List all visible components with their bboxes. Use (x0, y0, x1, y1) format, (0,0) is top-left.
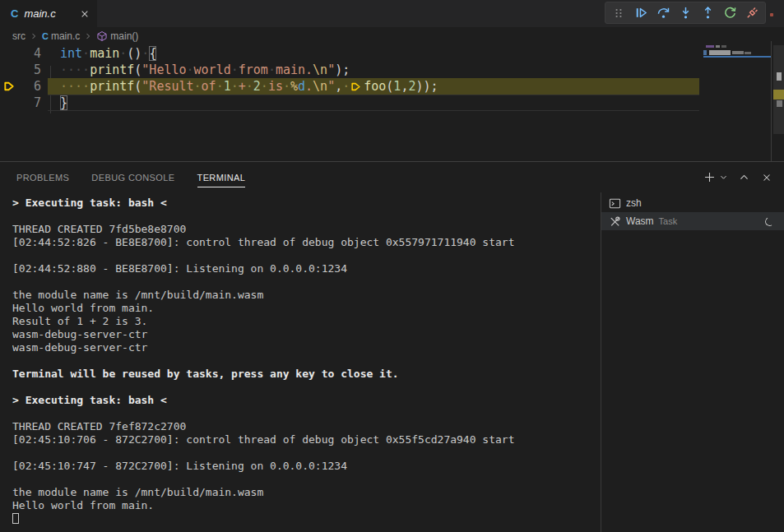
continue-icon[interactable] (633, 6, 648, 21)
code-line-7[interactable]: 7} (0, 95, 784, 111)
terminal-line (12, 512, 595, 525)
line-number[interactable]: 5 (18, 62, 41, 78)
disconnect-icon[interactable] (745, 6, 759, 21)
minimap-viewport-indicator (703, 56, 771, 58)
code-text: int·main·()·{ (60, 45, 156, 62)
terminal-cursor (12, 513, 19, 524)
minimap-line (703, 50, 707, 55)
terminal-tab-label: Wasm (626, 215, 654, 227)
terminal-line: Terminal will be reused by tasks, press … (12, 368, 595, 381)
terminal-line: Hello world from main. (12, 499, 595, 512)
glyph-margin[interactable] (0, 95, 18, 111)
panel-tab-debug-console[interactable]: DEBUG CONSOLE (91, 162, 174, 192)
terminal-line (12, 446, 595, 460)
notification-dot (770, 13, 773, 16)
terminal-line (12, 275, 595, 289)
scrollbar-border (771, 41, 772, 163)
drag-handle-icon[interactable] (611, 6, 626, 21)
code-line-6[interactable]: 6····printf("Result·of·1·+·2·is·%d.\n",·… (0, 78, 784, 95)
minimap-line (745, 52, 751, 54)
tab-main-c[interactable]: C main.c (0, 0, 97, 27)
code-line-4[interactable]: 4int·main·()·{ (0, 45, 784, 62)
breadcrumb-src[interactable]: src (12, 30, 26, 42)
terminal-line: [02:44:52:826 - BE8E8700]: control threa… (12, 236, 595, 249)
terminal-line: THREAD CREATED 7fef872c2700 (12, 420, 595, 433)
chevron-up-icon[interactable] (736, 170, 751, 185)
terminal-line: > Executing task: bash < (12, 394, 595, 407)
code-editor[interactable]: 4int·main·()·{5····printf("Hello·world·f… (0, 45, 784, 161)
panel-actions (702, 162, 774, 192)
current-frame-arrow-icon[interactable] (0, 78, 18, 95)
terminal-tab-badge: Task (659, 216, 678, 226)
minimap-line (732, 51, 744, 54)
step-over-icon[interactable] (656, 6, 670, 21)
glyph-margin[interactable] (0, 62, 18, 78)
terminal-line: Hello world from main. (12, 302, 595, 315)
panel-tab-problems[interactable]: PROBLEMS (16, 162, 69, 192)
close-panel-icon[interactable] (759, 170, 774, 185)
loading-spinner-icon (764, 215, 775, 226)
breadcrumb: src C main.c main() (0, 27, 784, 45)
terminal-tabs-list: zshWasmTask (601, 194, 784, 532)
terminal-line (12, 473, 595, 486)
tab-title: main.c (24, 7, 76, 20)
overview-mark-debug-line (773, 90, 784, 99)
terminal-line: [02:45:10:747 - 872C2700]: Listening on … (12, 460, 595, 473)
terminal-line (12, 354, 595, 368)
terminal-line: wasm-debug-server-ctr (12, 328, 595, 341)
code-text: ····printf("Hello·world·from·main.\n"); (60, 62, 350, 78)
line-number[interactable]: 4 (18, 45, 41, 62)
chevron-right-icon (29, 31, 39, 41)
terminal-line: wasm-debug-server-ctr (12, 341, 595, 354)
breadcrumb-main-symbol[interactable]: main() (110, 30, 138, 42)
minimap-line (706, 45, 714, 48)
glyph-margin[interactable] (0, 45, 18, 62)
restart-icon[interactable] (722, 6, 737, 21)
overview-mark (777, 72, 782, 81)
close-icon[interactable] (79, 8, 90, 20)
code-text: ····printf("Result·of·1·+·2·is·%d.\n",·f… (60, 78, 438, 95)
terminal-line (12, 407, 595, 420)
terminal-tab-zsh[interactable]: zsh (601, 194, 784, 212)
terminal-line: [02:45:10:706 - 872C2700]: control threa… (12, 433, 595, 446)
panel-tab-terminal[interactable]: TERMINAL (197, 162, 246, 192)
terminal-line: the module name is /mnt/build/main.wasm (12, 289, 595, 302)
c-file-icon: C (42, 31, 49, 42)
editor-tab-bar: C main.c (0, 0, 784, 27)
new-terminal-button[interactable] (702, 170, 717, 185)
chevron-down-icon[interactable] (718, 170, 728, 185)
terminal-tab-label: zsh (626, 197, 642, 209)
terminal-line: [02:44:52:880 - BE8E8700]: Listening on … (12, 262, 595, 275)
minimap-line (716, 45, 720, 48)
terminal-line (12, 210, 595, 223)
step-into-icon[interactable] (678, 6, 693, 21)
minimap-line (721, 45, 726, 48)
terminal-line: Result of 1 + 2 is 3. (12, 315, 595, 328)
terminal-line (12, 381, 595, 394)
terminal-line: THREAD CREATED 7fd5be8e8700 (12, 223, 595, 236)
terminal-icon (609, 197, 621, 210)
tools-icon (609, 215, 621, 228)
symbol-method-icon (96, 30, 108, 42)
c-file-icon: C (11, 8, 18, 19)
code-line-5[interactable]: 5····printf("Hello·world·from·main.\n"); (0, 62, 784, 78)
step-out-icon[interactable] (700, 6, 715, 21)
overview-mark (777, 100, 782, 107)
step-into-target-icon[interactable] (350, 81, 361, 92)
editor-scrollbar[interactable] (773, 45, 784, 161)
breadcrumb-main-c[interactable]: main.c (51, 30, 80, 42)
terminal-line: > Executing task: bash < (12, 197, 595, 210)
terminal-line (12, 249, 595, 262)
panel-body: > Executing task: bash <THREAD CREATED 7… (0, 192, 784, 532)
minimap-line (709, 50, 731, 55)
line-number[interactable]: 6 (18, 78, 41, 95)
code-text: } (60, 95, 67, 111)
panel-tab-bar: PROBLEMSDEBUG CONSOLETERMINAL (0, 162, 784, 192)
line-number[interactable]: 7 (18, 95, 41, 111)
terminal-output[interactable]: > Executing task: bash <THREAD CREATED 7… (12, 197, 595, 532)
terminal-tab-wasm[interactable]: WasmTask (601, 212, 784, 230)
chevron-right-icon (83, 31, 93, 41)
debug-toolbar (605, 2, 766, 24)
minimap[interactable] (703, 45, 771, 62)
bottom-panel: PROBLEMSDEBUG CONSOLETERMINAL > Executin… (0, 161, 784, 532)
